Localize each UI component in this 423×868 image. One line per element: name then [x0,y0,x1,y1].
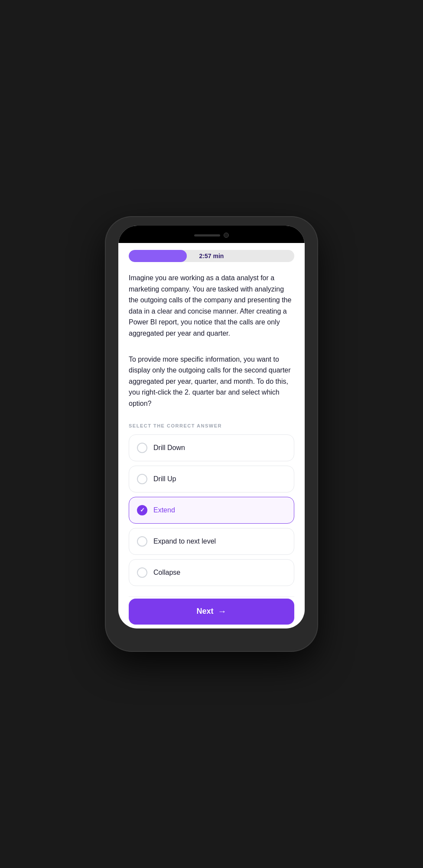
answers-section-label: SELECT THE CORRECT ANSWER [118,423,305,428]
check-icon: ✓ [140,507,145,513]
answer-label-drill-up: Drill Up [153,475,176,483]
phone-screen: 2:57 min Imagine you are working as a da… [118,226,305,628]
next-button-label: Next [196,607,213,616]
radio-drill-up [137,474,147,484]
divider [129,596,294,597]
question-text-part1: Imagine you are working as a data analys… [129,272,294,339]
radio-collapse [137,567,147,578]
phone-frame: 2:57 min Imagine you are working as a da… [106,217,317,651]
answers-section: Drill Down Drill Up ✓ Extend Expand to n… [118,434,305,586]
answer-option-drill-up[interactable]: Drill Up [129,466,294,492]
radio-extend: ✓ [137,505,147,515]
answer-option-extend[interactable]: ✓ Extend [129,497,294,524]
notch-camera [224,233,229,238]
radio-drill-down [137,443,147,453]
notch-area [118,226,305,243]
screen-content: 2:57 min Imagine you are working as a da… [118,243,305,628]
next-arrow-icon: → [218,606,227,616]
radio-expand-next [137,536,147,547]
next-button[interactable]: Next → [129,599,294,625]
notch [183,229,240,241]
answer-label-collapse: Collapse [153,569,180,577]
question-section: Imagine you are working as a data analys… [118,267,305,423]
answer-label-drill-down: Drill Down [153,444,185,452]
answer-option-drill-down[interactable]: Drill Down [129,434,294,461]
answer-label-extend: Extend [153,506,175,514]
progress-label: 2:57 min [129,253,294,259]
answer-option-expand-next[interactable]: Expand to next level [129,528,294,555]
progress-section: 2:57 min [118,243,305,267]
answer-label-expand-next: Expand to next level [153,538,216,545]
notch-bar [194,234,220,236]
question-text-part2: To provide more specific information, yo… [129,354,294,409]
next-section: Next → [118,588,305,628]
answer-option-collapse[interactable]: Collapse [129,559,294,586]
progress-bar-container: 2:57 min [129,250,294,262]
